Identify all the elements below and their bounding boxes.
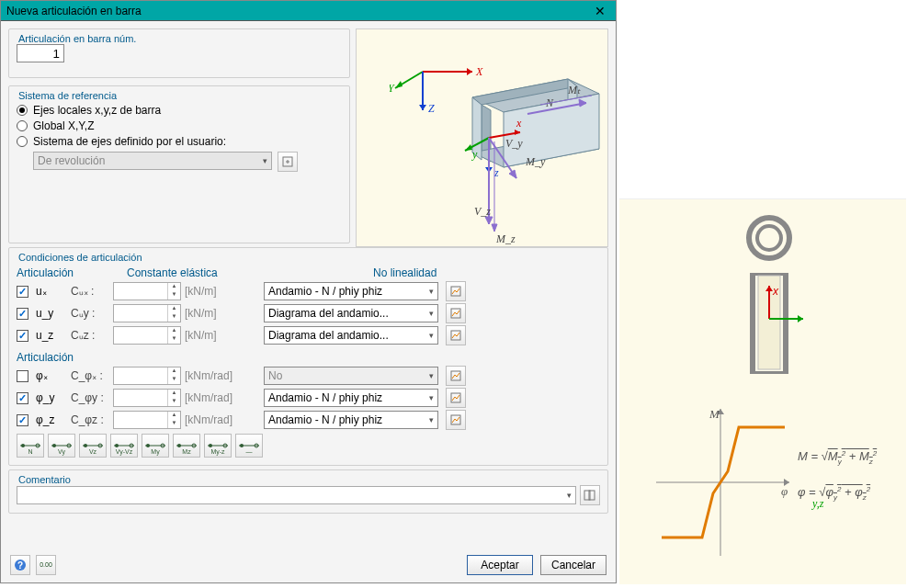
chevron-down-icon: ▾	[429, 393, 434, 402]
comment-combo[interactable]: ▾	[17, 486, 576, 504]
svg-text:X: X	[475, 65, 483, 78]
spring-const-input[interactable]: ▲▼	[113, 411, 181, 429]
preset-button-—[interactable]: —	[235, 434, 263, 458]
combo-value: Diagrama del andamio...	[268, 307, 389, 320]
group-comment: Comentario ▾	[8, 469, 608, 514]
close-icon[interactable]: ✕	[590, 1, 610, 21]
radio-label: Sistema de ejes definido por el usuario:	[33, 135, 226, 148]
nonlinearity-settings-button[interactable]	[446, 325, 466, 345]
spring-const-label: C_φy :	[71, 391, 109, 404]
nonlinearity-settings-button[interactable]	[446, 303, 466, 323]
hinge-row: φ_z C_φz : ▲▼ [kNm/rad] Andamio - N / ph…	[17, 410, 600, 430]
nonlinearity-settings-button[interactable]	[446, 281, 466, 301]
nonlinearity-settings-button[interactable]	[446, 410, 466, 430]
preset-button-my-z[interactable]: My-z	[204, 434, 232, 458]
radio-user-system[interactable]: Sistema de ejes definido por el usuario:	[17, 135, 342, 148]
combo-value: Andamio - N / phiy phiz	[268, 413, 382, 426]
window-title: Nueva articulación en barra	[6, 5, 142, 17]
combo-value: De revolución	[38, 154, 105, 167]
svg-point-59	[115, 444, 119, 447]
spring-const-input[interactable]: ▲▼	[113, 326, 181, 345]
svg-marker-4	[467, 68, 472, 75]
svg-marker-10	[419, 105, 426, 110]
nonlinearity-combo[interactable]: Diagrama del andamio... ▾	[264, 326, 438, 345]
hinge-checkbox[interactable]	[17, 308, 28, 320]
nonlinearity-combo[interactable]: Andamio - N / phiy phiz ▾	[264, 411, 438, 429]
chevron-down-icon: ▾	[429, 309, 434, 318]
nonlinearity-settings-button	[446, 366, 466, 386]
svg-marker-23	[465, 144, 472, 151]
hinge-number-input[interactable]	[17, 44, 64, 62]
svg-marker-88	[798, 315, 803, 322]
column-headers: Articulación Constante elástica No linea…	[17, 266, 600, 279]
preset-button-vy[interactable]: Vy	[48, 434, 75, 458]
bottom-left-buttons: ? 0.00	[10, 555, 56, 575]
preset-button-vz[interactable]: Vz	[79, 434, 107, 458]
new-system-button[interactable]	[278, 152, 298, 172]
svg-rect-80	[783, 273, 788, 374]
hinge-checkbox[interactable]	[17, 370, 28, 382]
svg-point-77	[749, 218, 789, 258]
unit-label: [kNm/rad]	[185, 369, 244, 382]
svg-text:V_z: V_z	[474, 205, 491, 218]
radio-label: Ejes locales x,y,z de barra	[33, 104, 161, 117]
cancel-button[interactable]: Cancelar	[540, 555, 607, 575]
svg-text:?: ?	[17, 560, 23, 571]
chevron-down-icon: ▾	[429, 415, 434, 424]
nonlinearity-combo[interactable]: Diagrama del andamio... ▾	[264, 304, 438, 322]
hinge-checkbox[interactable]	[17, 392, 28, 404]
hinge-row: uₓ Cᵤₓ : ▲▼ [kN/m] Andamio - N / phiy ph…	[17, 281, 600, 301]
chevron-down-icon: ▾	[429, 371, 434, 380]
radio-icon	[17, 105, 28, 116]
moment-rotation-plot: M φ	[647, 400, 794, 565]
radio-label: Global X,Y,Z	[33, 119, 94, 132]
nonlinearity-combo[interactable]: Andamio - N / phiy phiz ▾	[264, 389, 438, 407]
hinge-row: φ_y C_φy : ▲▼ [kNm/rad] Andamio - N / ph…	[17, 388, 600, 408]
legend-hinge-number: Articulación en barra núm.	[17, 33, 342, 44]
svg-point-68	[209, 444, 212, 447]
nonlinearity-settings-button[interactable]	[446, 388, 466, 408]
spring-const-input[interactable]: ▲▼	[113, 304, 181, 322]
preset-button-mz[interactable]: Mz	[173, 434, 200, 458]
spring-const-label: Cᵤz :	[71, 329, 109, 342]
header-hinge: Articulación	[17, 266, 127, 279]
svg-rect-79	[750, 273, 755, 374]
hinge-dof-label: φ_z	[36, 413, 67, 426]
svg-point-53	[52, 444, 56, 447]
svg-marker-7	[395, 81, 402, 88]
spring-const-label: C_φₓ :	[71, 369, 109, 382]
preset-buttons-row: NVyVzVy-VzMyMzMy-z—	[17, 434, 600, 458]
svg-point-56	[84, 444, 87, 447]
svg-rect-82	[755, 371, 783, 374]
radio-local-axes[interactable]: Ejes locales x,y,z de barra	[17, 104, 342, 117]
hinge-checkbox[interactable]	[17, 286, 28, 298]
preset-button-n[interactable]: N	[17, 434, 44, 458]
preset-button-my[interactable]: My	[142, 434, 169, 458]
spring-const-label: C_φz :	[71, 413, 109, 426]
legend-hinge-conditions: Condiciones de articulación	[17, 252, 600, 263]
hinge-dof-label: φₓ	[36, 369, 67, 382]
comment-library-button[interactable]	[580, 485, 600, 505]
svg-point-78	[757, 226, 781, 250]
nonlinearity-combo[interactable]: Andamio - N / phiy phiz ▾	[264, 282, 438, 300]
help-button[interactable]: ?	[10, 555, 30, 575]
radio-global-xyz[interactable]: Global X,Y,Z	[17, 119, 342, 132]
spring-const-input[interactable]: ▲▼	[113, 282, 181, 300]
hinge-dof-label: φ_y	[36, 391, 67, 404]
units-button[interactable]: 0.00	[36, 555, 56, 575]
user-system-combo: De revolución ▾	[33, 152, 272, 170]
title-bar: Nueva articulación en barra ✕	[1, 1, 616, 21]
hinge-checkbox[interactable]	[17, 330, 28, 342]
hinge-checkbox[interactable]	[17, 414, 28, 426]
chevron-down-icon: ▾	[263, 156, 267, 165]
legend-comment: Comentario	[17, 474, 600, 485]
header-nonlin: No linealidad	[373, 266, 436, 279]
preset-button-vy-vz[interactable]: Vy-Vz	[110, 434, 138, 458]
spring-const-input[interactable]: ▲▼	[113, 367, 181, 385]
chevron-down-icon: ▾	[429, 287, 434, 296]
dialog-new-hinge: Nueva articulación en barra ✕ Articulaci…	[0, 0, 617, 583]
formulas: M = √My2 + Mz2 φ = √φy2 + φz2	[798, 440, 877, 512]
spring-const-input[interactable]: ▲▼	[113, 389, 181, 407]
svg-point-65	[177, 444, 181, 447]
ok-button[interactable]: Aceptar	[467, 555, 533, 575]
